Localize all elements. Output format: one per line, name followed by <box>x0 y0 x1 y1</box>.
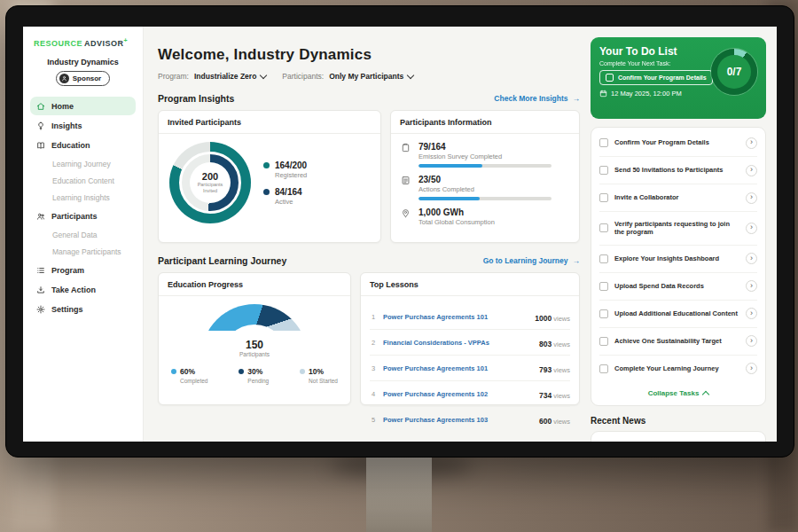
todo-summary-card: Your To Do List Complete Your Next Task:… <box>591 37 766 119</box>
card-title: Education Progress <box>168 280 341 289</box>
chevron-up-icon <box>702 390 709 397</box>
sidebar-item-learning-insights[interactable]: Learning Insights <box>30 189 136 206</box>
program-insights-title: Program Insights <box>158 93 234 104</box>
go-to-learning-journey-link[interactable]: Go to Learning Journey → <box>483 256 580 265</box>
people-icon <box>36 212 45 221</box>
filter-bar: Program: Industrialize Zero Participants… <box>158 72 580 81</box>
sidebar-item-general-data[interactable]: General Data <box>30 226 136 243</box>
task-checkbox[interactable] <box>599 166 608 175</box>
task-item[interactable]: Upload Spend Data Records › <box>599 273 757 301</box>
navy-dot-icon <box>239 369 244 374</box>
sidebar-item-learning-journey[interactable]: Learning Journey <box>30 155 136 172</box>
task-checkbox[interactable] <box>599 309 608 318</box>
sidebar-nav: Home Insights Education Learning Journey… <box>30 97 136 318</box>
sidebar-item-program[interactable]: Program <box>30 261 136 279</box>
donut-legend: 164/200 Registered 84/164 Active <box>263 153 307 214</box>
sponsor-badge[interactable]: Sponsor <box>56 71 110 86</box>
sidebar-item-manage-participants[interactable]: Manage Participants <box>30 243 136 260</box>
divider <box>391 133 579 134</box>
checkbox-icon <box>606 74 614 82</box>
sidebar-item-education-content[interactable]: Education Content <box>30 172 136 189</box>
task-checkbox[interactable] <box>599 193 608 202</box>
task-checkbox[interactable] <box>599 337 608 346</box>
gauge-center-value: 150 <box>201 339 308 351</box>
gear-icon <box>36 305 45 314</box>
task-checkbox[interactable] <box>599 364 608 373</box>
sidebar-item-education[interactable]: Education <box>30 136 136 154</box>
lesson-link[interactable]: Power Purchase Agreements 103 <box>383 416 533 424</box>
task-item[interactable]: Verify participants requesting to join t… <box>599 212 757 246</box>
task-item[interactable]: Explore Your Insights Dashboard › <box>599 246 757 273</box>
person-icon <box>59 74 69 83</box>
sidebar-item-settings[interactable]: Settings <box>30 300 136 318</box>
chevron-right-icon[interactable]: › <box>746 280 757 292</box>
donut-center-label: Participants Invited <box>192 182 228 194</box>
task-item[interactable]: Send 50 Invitations to Participants › <box>599 157 757 184</box>
emission-survey-progress-bar <box>419 164 552 168</box>
sidebar-item-take-action[interactable]: Take Action <box>30 280 136 299</box>
task-checkbox[interactable] <box>599 282 608 291</box>
task-checkbox[interactable] <box>599 138 608 147</box>
sidebar-item-insights[interactable]: Insights <box>30 116 136 135</box>
org-name: Industry Dynamics <box>30 58 136 66</box>
blue-dot-icon <box>171 369 176 374</box>
desk-background: RESOURCEADVISOR+ Industry Dynamics Spons… <box>0 0 798 532</box>
arrow-right-icon: → <box>573 256 581 265</box>
task-item[interactable]: Confirm Your Program Details › <box>599 129 757 157</box>
task-item[interactable]: Achieve One Sustainability Target › <box>599 328 757 356</box>
main-content: Welcome, Industry Dynamics Program: Indu… <box>144 27 777 442</box>
learning-journey-title: Participant Learning Journey <box>158 255 286 266</box>
calendar-icon <box>599 90 607 98</box>
actions-progress-bar <box>419 197 552 200</box>
chevron-right-icon[interactable]: › <box>746 223 757 234</box>
participants-select[interactable]: Only My Participants <box>329 72 413 81</box>
chevron-right-icon[interactable]: › <box>746 253 757 264</box>
program-select[interactable]: Industrialize Zero <box>194 72 266 81</box>
navy-dot-icon <box>263 189 270 195</box>
lesson-link[interactable]: Financial Considerations - VPPAs <box>383 339 533 347</box>
invited-participants-donut: 200 Participants Invited <box>169 142 251 223</box>
card-title: Participants Information <box>400 118 570 127</box>
sidebar-item-home[interactable]: Home <box>30 97 136 115</box>
collapse-tasks-link[interactable]: Collapse Tasks <box>599 382 757 403</box>
chevron-right-icon[interactable]: › <box>746 363 757 374</box>
lesson-link[interactable]: Power Purchase Agreements 102 <box>383 390 533 398</box>
chevron-right-icon[interactable]: › <box>746 137 757 149</box>
learning-cards-row: Education Progress 150 Participants <box>158 272 580 405</box>
task-item[interactable]: Complete Your Learning Journey › <box>599 356 757 382</box>
todo-progress-value: 0/7 <box>717 55 751 89</box>
next-task-button[interactable]: Confirm Your Program Details <box>599 70 713 85</box>
lesson-link[interactable]: Power Purchase Agreements 101 <box>383 313 528 321</box>
chevron-down-icon <box>407 71 414 78</box>
chevron-right-icon[interactable]: › <box>746 335 757 347</box>
chevron-right-icon[interactable]: › <box>746 192 757 204</box>
donut-center-value: 200 <box>202 171 218 182</box>
task-item[interactable]: Upload Additional Educational Content › <box>599 301 757 328</box>
check-more-insights-link[interactable]: Check More Insights → <box>494 94 580 103</box>
sidebar: RESOURCEADVISOR+ Industry Dynamics Spons… <box>23 27 144 442</box>
lesson-link[interactable]: Power Purchase Agreements 101 <box>383 364 533 372</box>
task-item[interactable]: Invite a Collaborator › <box>599 184 757 212</box>
monitor-bezel: RESOURCEADVISOR+ Industry Dynamics Spons… <box>5 5 794 458</box>
page-title: Welcome, Industry Dynamics <box>158 46 580 64</box>
legend-item-active: 84/164 Active <box>263 187 307 206</box>
chevron-right-icon[interactable]: › <box>746 165 757 176</box>
chevron-right-icon[interactable]: › <box>746 308 757 319</box>
monitor-stand <box>366 450 432 532</box>
active-participants-ring: 200 Participants Invited <box>179 152 241 214</box>
download-icon <box>36 286 45 294</box>
center-column: Welcome, Industry Dynamics Program: Indu… <box>144 27 589 442</box>
program-insights-header: Program Insights Check More Insights → <box>158 93 580 104</box>
gauge-legend: 60% Completed 30% Pending 10% Not Starte… <box>168 367 341 384</box>
task-checkbox[interactable] <box>599 223 608 232</box>
task-checkbox[interactable] <box>599 254 608 263</box>
lesson-row: 3 Power Purchase Agreements 101 793views <box>370 356 570 381</box>
home-icon <box>36 102 45 111</box>
sidebar-item-participants[interactable]: Participants <box>30 207 136 225</box>
legend-item-not-started: 10% Not Started <box>300 367 338 384</box>
divider <box>159 295 350 296</box>
insights-cards-row: Invited Participants 200 Participants In… <box>158 110 580 243</box>
emission-survey-row: 79/164 Emission Survey Completed <box>400 142 570 168</box>
recent-news-card <box>591 431 766 442</box>
todo-column: Your To Do List Complete Your Next Task:… <box>589 27 777 442</box>
